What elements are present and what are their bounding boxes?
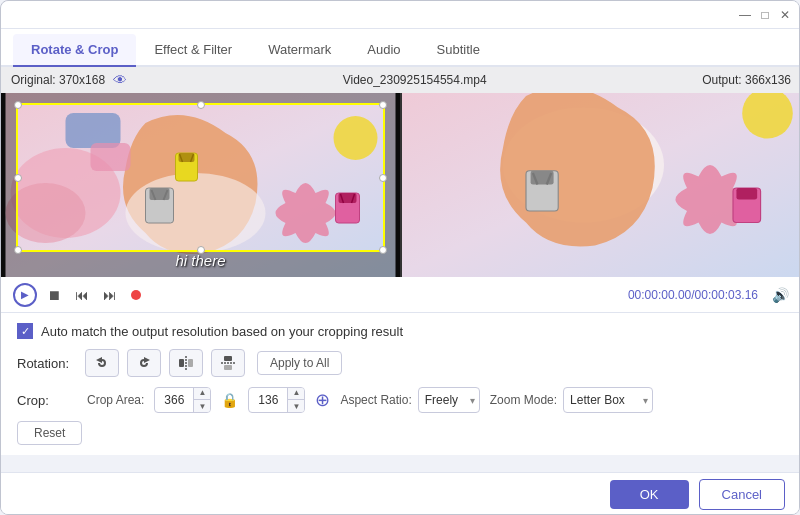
auto-match-checkbox[interactable]: ✓ bbox=[17, 323, 33, 339]
crop-width-down[interactable]: ▼ bbox=[194, 400, 210, 413]
ok-button[interactable]: OK bbox=[610, 480, 689, 509]
crop-height-spinners: ▲ ▼ bbox=[287, 387, 304, 413]
crop-label: Crop: bbox=[17, 393, 77, 408]
crop-area-label: Crop Area: bbox=[87, 393, 144, 407]
video-canvas-left[interactable]: hi there bbox=[1, 93, 400, 277]
stop-button[interactable]: ⏹ bbox=[43, 284, 65, 306]
volume-icon[interactable]: 🔊 bbox=[772, 287, 789, 303]
zoom-mode-group: Zoom Mode: Letter Box Pan & Scan Full bbox=[490, 387, 653, 413]
video-left-panel: hi there bbox=[1, 93, 402, 277]
video-canvas-right bbox=[402, 93, 800, 277]
crop-width-up[interactable]: ▲ bbox=[194, 387, 210, 400]
tab-subtitle[interactable]: Subtitle bbox=[419, 34, 498, 67]
crop-handle-tl[interactable] bbox=[14, 101, 22, 109]
subtitle-overlay: hi there bbox=[1, 252, 400, 269]
aspect-ratio-select-wrapper: Freely 16:9 4:3 1:1 bbox=[418, 387, 480, 413]
tabs-bar: Rotate & Crop Effect & Filter Watermark … bbox=[1, 29, 800, 67]
svg-rect-33 bbox=[224, 365, 232, 370]
record-dot bbox=[131, 290, 141, 300]
zoom-mode-select[interactable]: Letter Box Pan & Scan Full bbox=[563, 387, 653, 413]
auto-match-label: Auto match the output resolution based o… bbox=[41, 324, 403, 339]
svg-rect-30 bbox=[188, 359, 193, 367]
crop-handle-tr[interactable] bbox=[379, 101, 387, 109]
crop-handle-ml[interactable] bbox=[14, 174, 22, 182]
flip-horizontal-button[interactable] bbox=[169, 349, 203, 377]
crop-height-input-group: ▲ ▼ bbox=[248, 387, 305, 413]
crop-width-spinners: ▲ ▼ bbox=[193, 387, 210, 413]
tab-effect-filter[interactable]: Effect & Filter bbox=[136, 34, 250, 67]
original-label: Original: 370x168 bbox=[11, 73, 105, 87]
tab-watermark[interactable]: Watermark bbox=[250, 34, 349, 67]
controls-section: ✓ Auto match the output resolution based… bbox=[1, 313, 800, 455]
zoom-mode-label: Zoom Mode: bbox=[490, 393, 557, 407]
playback-bar: ▶ ⏹ ⏮ ⏭ 00:00:00.00/00:00:03.16 🔊 bbox=[1, 277, 800, 313]
crop-handle-tm[interactable] bbox=[197, 101, 205, 109]
filename-label: Video_230925154554.mp4 bbox=[343, 73, 487, 87]
crop-width-input[interactable] bbox=[155, 393, 193, 407]
tab-audio[interactable]: Audio bbox=[349, 34, 418, 67]
crop-handle-mr[interactable] bbox=[379, 174, 387, 182]
eye-icon[interactable]: 👁 bbox=[113, 72, 127, 88]
maximize-button[interactable]: □ bbox=[757, 7, 773, 23]
crosshair-icon[interactable]: ⊕ bbox=[315, 389, 330, 411]
svg-rect-32 bbox=[224, 356, 232, 361]
svg-rect-28 bbox=[736, 188, 757, 200]
footer-bar: OK Cancel bbox=[1, 472, 800, 515]
prev-button[interactable]: ⏮ bbox=[71, 284, 93, 306]
video-right-panel bbox=[402, 93, 800, 277]
tab-rotate-crop[interactable]: Rotate & Crop bbox=[13, 34, 136, 67]
output-label: Output: 366x136 bbox=[702, 73, 791, 87]
auto-match-row: ✓ Auto match the output resolution based… bbox=[17, 323, 785, 339]
minimize-button[interactable]: — bbox=[737, 7, 753, 23]
crop-overlay[interactable] bbox=[16, 103, 385, 252]
next-button[interactable]: ⏭ bbox=[99, 284, 121, 306]
crop-height-up[interactable]: ▲ bbox=[288, 387, 304, 400]
video-section: Original: 370x168 👁 Video_230925154554.m… bbox=[1, 67, 800, 277]
flip-vertical-button[interactable] bbox=[211, 349, 245, 377]
rotation-label: Rotation: bbox=[17, 356, 77, 371]
lock-icon[interactable]: 🔒 bbox=[221, 392, 238, 408]
rotate-right-button[interactable] bbox=[127, 349, 161, 377]
apply-to-all-button[interactable]: Apply to All bbox=[257, 351, 342, 375]
rotate-left-button[interactable] bbox=[85, 349, 119, 377]
aspect-ratio-group: Aspect Ratio: Freely 16:9 4:3 1:1 bbox=[340, 387, 479, 413]
video-info-bar: Original: 370x168 👁 Video_230925154554.m… bbox=[1, 67, 800, 93]
close-button[interactable]: ✕ bbox=[777, 7, 793, 23]
reset-button[interactable]: Reset bbox=[17, 421, 82, 445]
title-bar: — □ ✕ bbox=[1, 1, 800, 29]
time-display: 00:00:00.00/00:00:03.16 bbox=[628, 288, 758, 302]
crop-width-input-group: ▲ ▼ bbox=[154, 387, 211, 413]
aspect-ratio-select[interactable]: Freely 16:9 4:3 1:1 bbox=[418, 387, 480, 413]
crop-height-down[interactable]: ▼ bbox=[288, 400, 304, 413]
zoom-mode-select-wrapper: Letter Box Pan & Scan Full bbox=[563, 387, 653, 413]
crop-height-input[interactable] bbox=[249, 393, 287, 407]
reset-row: Reset bbox=[17, 421, 785, 445]
crop-row: Crop: Crop Area: ▲ ▼ 🔒 ▲ ▼ ⊕ bbox=[17, 387, 785, 413]
aspect-ratio-label: Aspect Ratio: bbox=[340, 393, 411, 407]
rotation-row: Rotation: Apply to bbox=[17, 349, 785, 377]
svg-rect-29 bbox=[179, 359, 184, 367]
cancel-button[interactable]: Cancel bbox=[699, 479, 785, 510]
play-button[interactable]: ▶ bbox=[13, 283, 37, 307]
